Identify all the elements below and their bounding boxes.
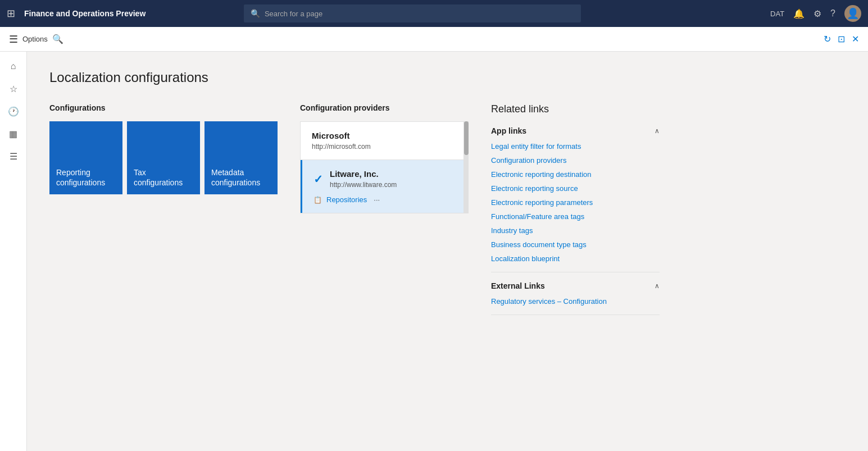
divider-1 — [491, 272, 660, 272]
sidebar-workspace-icon[interactable]: ▦ — [3, 124, 24, 144]
avatar[interactable]: 👤 — [844, 5, 861, 22]
related-links-section: Related links App links ∧ Legal entity f… — [491, 103, 660, 324]
app-title: Finance and Operations Preview — [24, 9, 146, 18]
app-links-title: App links — [491, 126, 526, 135]
repository-icon: 📋 — [313, 196, 322, 204]
link-industry-tags[interactable]: Industry tags — [491, 226, 660, 235]
providers-scrollbar[interactable] — [464, 121, 469, 213]
config-tiles: Reporting configurations Tax configurati… — [49, 121, 278, 194]
sidebar-star-icon[interactable]: ☆ — [3, 79, 24, 99]
provider-litware-actions: 📋 Repositories ··· — [313, 195, 452, 204]
sections-row: Configurations Reporting configurations … — [49, 103, 846, 324]
link-regulatory-services[interactable]: Regulatory services – Configuration — [491, 297, 660, 306]
litware-info: Litware, Inc. http://www.litware.com — [330, 169, 397, 189]
provider-microsoft-url: http://microsoft.com — [312, 143, 452, 151]
provider-litware-url: http://www.litware.com — [330, 181, 397, 189]
divider-2 — [491, 315, 660, 315]
providers-heading: Configuration providers — [300, 103, 469, 112]
more-actions-icon[interactable]: ··· — [374, 195, 380, 204]
top-nav: ⊞ Finance and Operations Preview 🔍 DAT 🔔… — [0, 0, 868, 27]
sidebar-home-icon[interactable]: ⌂ — [3, 56, 24, 76]
close-icon[interactable]: ✕ — [852, 34, 859, 44]
search-bar[interactable]: 🔍 — [244, 4, 581, 22]
app-links-header: App links ∧ — [491, 126, 660, 135]
external-links-toggle-icon[interactable]: ∧ — [655, 282, 660, 290]
open-new-window-icon[interactable]: ⊡ — [838, 34, 845, 44]
user-badge: DAT — [770, 10, 784, 18]
settings-icon[interactable]: ⚙ — [814, 8, 821, 19]
link-functional-feature-tags[interactable]: Functional/Feature area tags — [491, 212, 660, 221]
search-input[interactable] — [265, 10, 574, 18]
link-legal-entity[interactable]: Legal entity filter for formats — [491, 142, 660, 151]
options-bar: ☰ Options 🔍 ↻ ⊡ ✕ — [0, 27, 868, 52]
options-label: Options — [22, 35, 48, 43]
app-links-items: Legal entity filter for formats Configur… — [491, 142, 660, 263]
provider-litware[interactable]: ✓ Litware, Inc. http://www.litware.com 📋… — [301, 160, 463, 213]
refresh-icon[interactable]: ↻ — [824, 34, 831, 44]
search-icon: 🔍 — [251, 9, 260, 18]
options-bar-right: ↻ ⊡ ✕ — [824, 34, 859, 44]
notification-icon[interactable]: 🔔 — [793, 8, 805, 19]
reporting-configurations-tile[interactable]: Reporting configurations — [49, 121, 122, 194]
app-links-toggle-icon[interactable]: ∧ — [655, 127, 660, 135]
link-er-source[interactable]: Electronic reporting source — [491, 184, 660, 193]
external-links-header: External Links ∧ — [491, 281, 660, 290]
help-icon[interactable]: ? — [830, 8, 835, 19]
providers-list-wrapper: Microsoft http://microsoft.com ✓ Litware… — [300, 121, 464, 213]
related-links-heading: Related links — [491, 103, 660, 115]
external-links-items: Regulatory services – Configuration — [491, 297, 660, 306]
repositories-label[interactable]: Repositories — [326, 195, 367, 204]
link-er-destination[interactable]: Electronic reporting destination — [491, 170, 660, 179]
hamburger-icon[interactable]: ☰ — [9, 33, 18, 45]
provider-litware-name: Litware, Inc. — [330, 169, 397, 179]
litware-checkmark-icon: ✓ — [313, 172, 323, 186]
provider-microsoft-name: Microsoft — [312, 131, 452, 140]
main-layout: ⌂ ☆ 🕐 ▦ ☰ Localization configurations Co… — [0, 52, 868, 451]
top-nav-right: DAT 🔔 ⚙ ? 👤 — [770, 5, 861, 22]
metadata-configurations-tile[interactable]: Metadata configurations — [204, 121, 278, 194]
link-config-providers[interactable]: Configuration providers — [491, 156, 660, 165]
providers-list: Microsoft http://microsoft.com ✓ Litware… — [300, 121, 464, 213]
link-er-parameters[interactable]: Electronic reporting parameters — [491, 198, 660, 207]
scrollbar-thumb — [464, 121, 469, 155]
sidebar-clock-icon[interactable]: 🕐 — [3, 101, 24, 121]
grid-icon[interactable]: ⊞ — [7, 7, 15, 20]
configurations-heading: Configurations — [49, 103, 278, 112]
page-title: Localization configurations — [49, 70, 846, 85]
left-sidebar: ⌂ ☆ 🕐 ▦ ☰ — [0, 52, 27, 451]
sidebar-list-icon[interactable]: ☰ — [3, 146, 24, 166]
external-links-title: External Links — [491, 281, 545, 290]
options-search-icon[interactable]: 🔍 — [52, 34, 63, 44]
configurations-section: Configurations Reporting configurations … — [49, 103, 278, 194]
providers-section: Configuration providers Microsoft http:/… — [300, 103, 469, 213]
provider-microsoft[interactable]: Microsoft http://microsoft.com — [301, 122, 463, 160]
content-area: Localization configurations Configuratio… — [27, 52, 868, 451]
tax-configurations-tile[interactable]: Tax configurations — [127, 121, 200, 194]
link-business-document-type-tags[interactable]: Business document type tags — [491, 240, 660, 249]
providers-wrapper: Microsoft http://microsoft.com ✓ Litware… — [300, 121, 469, 213]
link-localization-blueprint[interactable]: Localization blueprint — [491, 254, 660, 263]
